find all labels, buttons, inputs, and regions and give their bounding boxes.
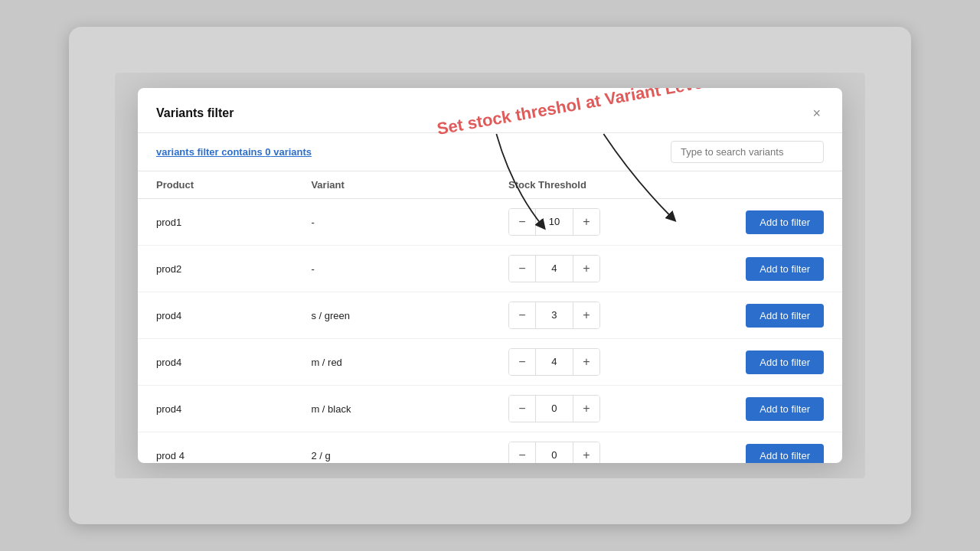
cell-product-1: prod2	[138, 246, 292, 292]
stepper-plus-5[interactable]: +	[573, 442, 599, 463]
stepper-value-4: 0	[535, 396, 573, 422]
cell-threshold-2: − 3 +	[490, 292, 645, 339]
filter-link[interactable]: variants filter contains 0 variants	[156, 146, 312, 158]
modal-overlay: Set stock threshol at Variant Level	[115, 73, 865, 478]
stepper-1: − 4 +	[508, 255, 600, 282]
table-row: prod1 - − 10 + Add to filter	[138, 199, 842, 246]
add-to-filter-button-4[interactable]: Add to filter	[746, 397, 824, 421]
cell-action-5: Add to filter	[645, 432, 842, 464]
cell-threshold-0: − 10 +	[490, 199, 645, 246]
cell-threshold-1: − 4 +	[490, 246, 645, 292]
stepper-minus-1[interactable]: −	[509, 256, 535, 282]
stepper-minus-3[interactable]: −	[509, 349, 535, 375]
col-header-threshold: Stock Threshold	[490, 171, 645, 199]
cell-action-1: Add to filter	[645, 246, 842, 292]
cell-variant-0: -	[292, 199, 490, 246]
stepper-5: − 0 +	[508, 442, 600, 463]
cell-product-2: prod4	[138, 292, 292, 339]
col-header-action	[645, 171, 842, 199]
stepper-minus-0[interactable]: −	[509, 209, 535, 235]
cell-product-3: prod4	[138, 339, 292, 386]
cell-threshold-3: − 4 +	[490, 339, 645, 386]
cell-action-4: Add to filter	[645, 386, 842, 432]
cell-variant-2: s / green	[292, 292, 490, 339]
table-head: Product Variant Stock Threshold	[138, 171, 842, 199]
add-to-filter-button-0[interactable]: Add to filter	[746, 210, 824, 234]
col-header-variant: Variant	[292, 171, 490, 199]
table-body: prod1 - − 10 + Add to filter prod2 - − 4…	[138, 199, 842, 464]
table-row: prod4 s / green − 3 + Add to filter	[138, 292, 842, 339]
stepper-plus-1[interactable]: +	[573, 256, 599, 282]
cell-product-0: prod1	[138, 199, 292, 246]
modal-subheader: variants filter contains 0 variants	[138, 133, 842, 171]
table-row: prod2 - − 4 + Add to filter	[138, 246, 842, 292]
modal-title: Variants filter	[156, 106, 234, 120]
stepper-3: − 4 +	[508, 348, 600, 376]
stepper-4: − 0 +	[508, 395, 600, 422]
cell-action-0: Add to filter	[645, 199, 842, 246]
monitor: Product must contain any of the followin…	[69, 27, 911, 524]
stepper-plus-2[interactable]: +	[573, 302, 599, 328]
add-to-filter-button-3[interactable]: Add to filter	[746, 350, 824, 374]
modal-header: Variants filter ×	[138, 88, 842, 133]
cell-action-2: Add to filter	[645, 292, 842, 339]
stepper-minus-4[interactable]: −	[509, 396, 535, 422]
add-to-filter-button-2[interactable]: Add to filter	[746, 304, 824, 328]
stepper-value-5: 0	[535, 442, 573, 463]
stepper-value-1: 4	[535, 256, 573, 282]
stepper-value-0: 10	[535, 209, 573, 235]
variants-table-wrapper: Product Variant Stock Threshold prod1 - …	[138, 171, 842, 463]
search-variants-input[interactable]	[671, 141, 824, 163]
stepper-minus-5[interactable]: −	[509, 442, 535, 463]
table-row: prod 4 2 / g − 0 + Add to filter	[138, 432, 842, 464]
filter-link-suffix: variants	[271, 146, 312, 158]
col-header-product: Product	[138, 171, 292, 199]
table-row: prod4 m / red − 4 + Add to filter	[138, 339, 842, 386]
cell-action-3: Add to filter	[645, 339, 842, 386]
variants-table: Product Variant Stock Threshold prod1 - …	[138, 171, 842, 463]
cell-product-4: prod4	[138, 386, 292, 432]
stepper-plus-0[interactable]: +	[573, 209, 599, 235]
add-to-filter-button-1[interactable]: Add to filter	[746, 257, 824, 281]
cell-variant-4: m / black	[292, 386, 490, 432]
cell-variant-3: m / red	[292, 339, 490, 386]
cell-threshold-5: − 0 +	[490, 432, 645, 464]
stepper-value-3: 4	[535, 349, 573, 375]
filter-link-prefix: variants filter contains	[156, 146, 265, 158]
stepper-minus-2[interactable]: −	[509, 302, 535, 328]
stepper-value-2: 3	[535, 302, 573, 328]
cell-variant-5: 2 / g	[292, 432, 490, 464]
stepper-plus-4[interactable]: +	[573, 396, 599, 422]
stepper-0: − 10 +	[508, 208, 600, 236]
variants-filter-modal: Set stock threshol at Variant Level	[138, 88, 842, 463]
modal-close-button[interactable]: ×	[809, 103, 824, 123]
add-to-filter-button-5[interactable]: Add to filter	[746, 444, 824, 464]
stepper-2: − 3 +	[508, 302, 600, 329]
filter-count: 0	[265, 146, 270, 158]
stepper-plus-3[interactable]: +	[573, 349, 599, 375]
cell-variant-1: -	[292, 246, 490, 292]
cell-product-5: prod 4	[138, 432, 292, 464]
monitor-screen: Product must contain any of the followin…	[115, 73, 865, 478]
table-row: prod4 m / black − 0 + Add to filter	[138, 386, 842, 432]
cell-threshold-4: − 0 +	[490, 386, 645, 432]
